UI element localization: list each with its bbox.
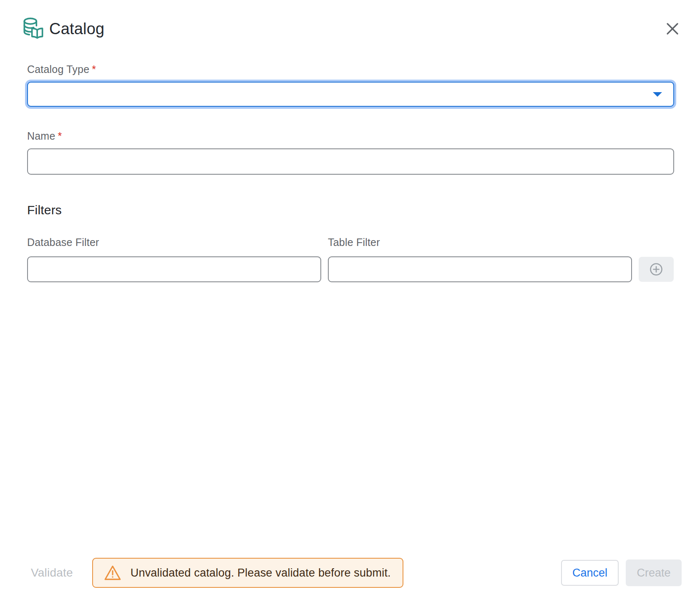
warning-message: Unvalidated catalog. Please validate bef… (131, 567, 391, 579)
warning-triangle-icon (104, 564, 121, 581)
dialog-title: Catalog (49, 20, 104, 38)
name-label: Name* (27, 130, 674, 142)
add-filter-button[interactable] (639, 257, 674, 282)
validation-warning-banner: Unvalidated catalog. Please validate bef… (92, 558, 403, 588)
name-input[interactable] (27, 148, 674, 175)
dialog-footer: Validate Unvalidated catalog. Please val… (0, 558, 700, 588)
caret-down-icon (653, 92, 662, 97)
dialog-header: Catalog (0, 0, 700, 42)
close-icon (665, 21, 680, 36)
filters-heading: Filters (27, 203, 674, 217)
table-filter-label: Table Filter (328, 236, 632, 248)
database-filter-field: Database Filter (27, 236, 321, 282)
add-circle-icon (648, 261, 665, 278)
catalog-type-field: Catalog Type* (27, 63, 674, 107)
cancel-button[interactable]: Cancel (561, 560, 619, 586)
database-filter-label: Database Filter (27, 236, 321, 248)
database-book-icon (22, 16, 46, 42)
catalog-type-select[interactable] (27, 82, 674, 107)
close-button[interactable] (663, 20, 682, 38)
required-asterisk: * (58, 130, 62, 142)
catalog-dialog: Catalog Catalog Type* Name* Filters Data… (0, 0, 700, 282)
table-filter-input[interactable] (328, 256, 632, 282)
table-filter-field: Table Filter (328, 236, 632, 282)
database-filter-input[interactable] (27, 256, 321, 282)
catalog-type-label-text: Catalog Type (27, 63, 89, 75)
name-field: Name* (27, 130, 674, 175)
filters-row: Database Filter Table Filter (27, 236, 674, 282)
name-label-text: Name (27, 130, 55, 142)
dialog-body: Catalog Type* Name* Filters Database Fil… (0, 63, 700, 282)
create-button[interactable]: Create (626, 559, 682, 586)
catalog-type-label: Catalog Type* (27, 63, 674, 75)
validate-button[interactable]: Validate (31, 566, 73, 579)
required-asterisk: * (92, 63, 96, 75)
